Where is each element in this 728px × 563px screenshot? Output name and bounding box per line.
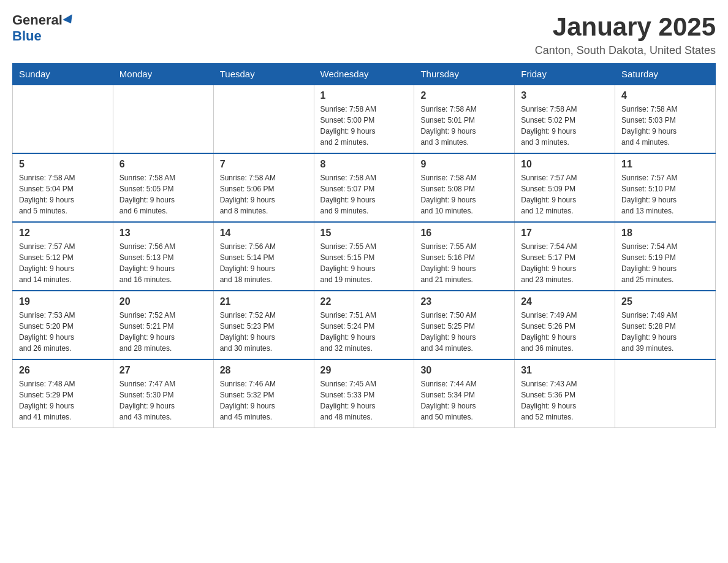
day-info: Sunrise: 7:43 AMSunset: 5:36 PMDaylight:… (521, 378, 609, 423)
day-number: 12 (19, 228, 107, 239)
day-info: Sunrise: 7:58 AMSunset: 5:04 PMDaylight:… (19, 172, 107, 216)
calendar-cell: 24Sunrise: 7:49 AMSunset: 5:26 PMDayligh… (515, 291, 615, 359)
day-number: 14 (220, 228, 308, 239)
day-number: 5 (19, 159, 107, 170)
day-info: Sunrise: 7:58 AMSunset: 5:03 PMDaylight:… (621, 104, 709, 148)
day-info: Sunrise: 7:49 AMSunset: 5:28 PMDaylight:… (621, 310, 709, 354)
calendar-cell: 2Sunrise: 7:58 AMSunset: 5:01 PMDaylight… (414, 85, 515, 153)
day-info: Sunrise: 7:58 AMSunset: 5:06 PMDaylight:… (220, 172, 308, 216)
day-number: 30 (420, 365, 508, 376)
calendar-cell: 19Sunrise: 7:53 AMSunset: 5:20 PMDayligh… (13, 291, 113, 359)
header-sunday: Sunday (13, 64, 113, 85)
calendar-cell: 15Sunrise: 7:55 AMSunset: 5:15 PMDayligh… (314, 222, 414, 291)
calendar-cell: 12Sunrise: 7:57 AMSunset: 5:12 PMDayligh… (13, 222, 113, 291)
day-number: 20 (119, 296, 207, 307)
logo-blue: Blue (12, 28, 42, 44)
logo-general: General (12, 12, 63, 28)
calendar-cell (13, 85, 113, 153)
day-info: Sunrise: 7:57 AMSunset: 5:09 PMDaylight:… (521, 172, 609, 216)
header-monday: Monday (113, 64, 213, 85)
day-info: Sunrise: 7:58 AMSunset: 5:01 PMDaylight:… (420, 104, 508, 148)
day-info: Sunrise: 7:52 AMSunset: 5:23 PMDaylight:… (220, 310, 308, 354)
calendar-cell: 6Sunrise: 7:58 AMSunset: 5:05 PMDaylight… (113, 153, 213, 222)
day-info: Sunrise: 7:54 AMSunset: 5:19 PMDaylight:… (621, 241, 709, 285)
calendar-cell (113, 85, 213, 153)
day-number: 15 (320, 228, 408, 239)
calendar-cell: 23Sunrise: 7:50 AMSunset: 5:25 PMDayligh… (414, 291, 515, 359)
calendar-cell: 29Sunrise: 7:45 AMSunset: 5:33 PMDayligh… (314, 359, 414, 428)
day-info: Sunrise: 7:46 AMSunset: 5:32 PMDaylight:… (220, 378, 308, 423)
day-info: Sunrise: 7:55 AMSunset: 5:15 PMDaylight:… (320, 241, 408, 285)
day-info: Sunrise: 7:44 AMSunset: 5:34 PMDaylight:… (420, 378, 508, 423)
week-row-5: 26Sunrise: 7:48 AMSunset: 5:29 PMDayligh… (13, 359, 716, 428)
day-number: 4 (621, 90, 709, 101)
header-saturday: Saturday (615, 64, 716, 85)
header-thursday: Thursday (414, 64, 515, 85)
calendar-cell: 3Sunrise: 7:58 AMSunset: 5:02 PMDaylight… (515, 85, 615, 153)
calendar-cell: 21Sunrise: 7:52 AMSunset: 5:23 PMDayligh… (213, 291, 314, 359)
page-subtitle: Canton, South Dakota, United States (535, 44, 716, 57)
page-header: General Blue January 2025 Canton, South … (12, 12, 716, 57)
day-number: 7 (220, 159, 308, 170)
title-block: January 2025 Canton, South Dakota, Unite… (535, 12, 716, 57)
page-title: January 2025 (535, 12, 716, 42)
day-info: Sunrise: 7:51 AMSunset: 5:24 PMDaylight:… (320, 310, 408, 354)
day-number: 11 (621, 159, 709, 170)
day-number: 9 (420, 159, 508, 170)
day-number: 31 (521, 365, 609, 376)
logo: General Blue (12, 12, 75, 44)
calendar-cell: 20Sunrise: 7:52 AMSunset: 5:21 PMDayligh… (113, 291, 213, 359)
day-number: 27 (119, 365, 207, 376)
day-info: Sunrise: 7:57 AMSunset: 5:10 PMDaylight:… (621, 172, 709, 216)
day-number: 18 (621, 228, 709, 239)
calendar-cell: 26Sunrise: 7:48 AMSunset: 5:29 PMDayligh… (13, 359, 113, 428)
calendar-cell: 27Sunrise: 7:47 AMSunset: 5:30 PMDayligh… (113, 359, 213, 428)
day-info: Sunrise: 7:58 AMSunset: 5:02 PMDaylight:… (521, 104, 609, 148)
week-row-4: 19Sunrise: 7:53 AMSunset: 5:20 PMDayligh… (13, 291, 716, 359)
day-info: Sunrise: 7:58 AMSunset: 5:00 PMDaylight:… (320, 104, 408, 148)
day-info: Sunrise: 7:49 AMSunset: 5:26 PMDaylight:… (521, 310, 609, 354)
day-info: Sunrise: 7:54 AMSunset: 5:17 PMDaylight:… (521, 241, 609, 285)
day-info: Sunrise: 7:58 AMSunset: 5:08 PMDaylight:… (420, 172, 508, 216)
day-info: Sunrise: 7:58 AMSunset: 5:07 PMDaylight:… (320, 172, 408, 216)
header-friday: Friday (515, 64, 615, 85)
calendar-cell: 11Sunrise: 7:57 AMSunset: 5:10 PMDayligh… (615, 153, 716, 222)
day-info: Sunrise: 7:45 AMSunset: 5:33 PMDaylight:… (320, 378, 408, 423)
day-number: 19 (19, 296, 107, 307)
header-tuesday: Tuesday (213, 64, 314, 85)
logo-arrow-icon (63, 14, 76, 26)
day-info: Sunrise: 7:55 AMSunset: 5:16 PMDaylight:… (420, 241, 508, 285)
day-number: 1 (320, 90, 408, 101)
day-number: 10 (521, 159, 609, 170)
day-number: 26 (19, 365, 107, 376)
day-info: Sunrise: 7:47 AMSunset: 5:30 PMDaylight:… (119, 378, 207, 423)
day-number: 8 (320, 159, 408, 170)
day-number: 21 (220, 296, 308, 307)
calendar-cell: 7Sunrise: 7:58 AMSunset: 5:06 PMDaylight… (213, 153, 314, 222)
day-number: 22 (320, 296, 408, 307)
calendar-header-row: SundayMondayTuesdayWednesdayThursdayFrid… (13, 64, 716, 85)
week-row-1: 1Sunrise: 7:58 AMSunset: 5:00 PMDaylight… (13, 85, 716, 153)
day-number: 16 (420, 228, 508, 239)
calendar-cell (213, 85, 314, 153)
day-info: Sunrise: 7:57 AMSunset: 5:12 PMDaylight:… (19, 241, 107, 285)
calendar-cell (615, 359, 716, 428)
calendar-cell: 9Sunrise: 7:58 AMSunset: 5:08 PMDaylight… (414, 153, 515, 222)
day-info: Sunrise: 7:48 AMSunset: 5:29 PMDaylight:… (19, 378, 107, 423)
calendar-cell: 13Sunrise: 7:56 AMSunset: 5:13 PMDayligh… (113, 222, 213, 291)
day-number: 13 (119, 228, 207, 239)
day-number: 23 (420, 296, 508, 307)
calendar-cell: 16Sunrise: 7:55 AMSunset: 5:16 PMDayligh… (414, 222, 515, 291)
calendar-cell: 17Sunrise: 7:54 AMSunset: 5:17 PMDayligh… (515, 222, 615, 291)
day-number: 17 (521, 228, 609, 239)
week-row-2: 5Sunrise: 7:58 AMSunset: 5:04 PMDaylight… (13, 153, 716, 222)
day-info: Sunrise: 7:58 AMSunset: 5:05 PMDaylight:… (119, 172, 207, 216)
calendar-cell: 10Sunrise: 7:57 AMSunset: 5:09 PMDayligh… (515, 153, 615, 222)
header-wednesday: Wednesday (314, 64, 414, 85)
day-info: Sunrise: 7:56 AMSunset: 5:13 PMDaylight:… (119, 241, 207, 285)
week-row-3: 12Sunrise: 7:57 AMSunset: 5:12 PMDayligh… (13, 222, 716, 291)
day-number: 25 (621, 296, 709, 307)
calendar-cell: 30Sunrise: 7:44 AMSunset: 5:34 PMDayligh… (414, 359, 515, 428)
day-number: 3 (521, 90, 609, 101)
calendar-cell: 8Sunrise: 7:58 AMSunset: 5:07 PMDaylight… (314, 153, 414, 222)
